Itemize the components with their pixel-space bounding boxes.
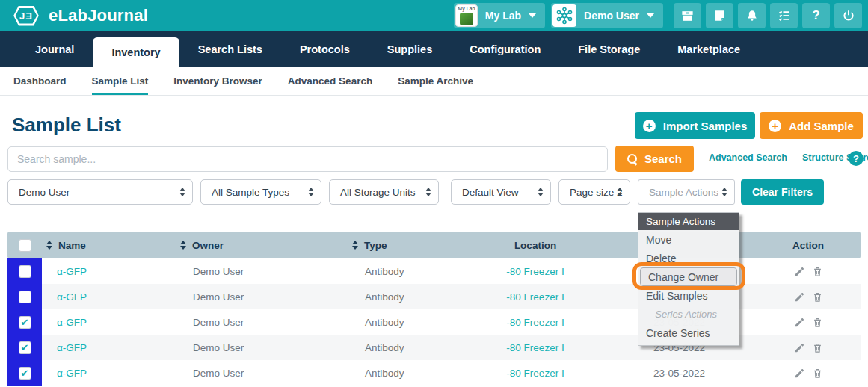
subnav-inventory-browser[interactable]: Inventory Browser — [173, 67, 262, 95]
power-icon — [842, 9, 855, 22]
sample-name-link[interactable]: α-GFP — [57, 342, 87, 353]
select-all-checkbox[interactable] — [19, 239, 31, 252]
help-button[interactable]: ? — [802, 3, 830, 28]
edit-icon[interactable] — [794, 368, 805, 379]
subnav-sample-list[interactable]: Sample List — [92, 67, 149, 95]
add-sample-button[interactable]: + Add Sample — [760, 112, 863, 139]
owner-cell: Demo User — [193, 368, 244, 379]
menu-item-change-owner[interactable]: Change Owner — [640, 267, 737, 286]
sample-type-filter-select[interactable]: All Sample Types — [200, 179, 321, 205]
location-link[interactable]: -80 Freezer I — [506, 266, 564, 277]
type-cell: Antibody — [365, 342, 404, 353]
plus-icon: + — [643, 120, 656, 132]
tab-configuration[interactable]: Configuration — [451, 31, 559, 67]
menu-item-create-series[interactable]: Create Series — [638, 323, 739, 342]
row-checkbox[interactable] — [19, 316, 31, 329]
my-lab-selector[interactable]: My Lab My Lab — [454, 3, 545, 28]
menu-item-move[interactable]: Move — [638, 230, 739, 249]
sample-name-link[interactable]: α-GFP — [57, 291, 87, 303]
search-icon — [627, 154, 638, 164]
delete-icon[interactable] — [812, 368, 823, 379]
location-link[interactable]: -80 Freezer I — [506, 317, 564, 328]
view-filter-select[interactable]: Default View — [451, 179, 551, 205]
search-button[interactable]: Search — [615, 146, 694, 172]
sort-icon[interactable] — [180, 241, 186, 250]
storage-box-icon — [680, 9, 695, 23]
subnav-sample-archive[interactable]: Sample Archive — [398, 67, 473, 95]
sample-name-link[interactable]: α-GFP — [57, 317, 87, 328]
tab-supplies[interactable]: Supplies — [369, 31, 451, 67]
menu-item-series-actions: -- Series Actions -- — [638, 305, 739, 323]
notes-button[interactable] — [706, 3, 733, 28]
tab-inventory[interactable]: Inventory — [93, 37, 179, 67]
notifications-button[interactable] — [738, 3, 766, 28]
edit-icon[interactable] — [794, 342, 805, 353]
tab-journal[interactable]: Journal — [16, 31, 93, 67]
main-navigation: Journal Inventory Search Lists Protocols… — [0, 31, 868, 67]
tab-search-lists[interactable]: Search Lists — [179, 31, 281, 67]
location-link[interactable]: -80 Freezer I — [506, 342, 564, 353]
table-row: α-GFP Demo User Antibody -80 Freezer I 2… — [7, 360, 861, 386]
type-cell: Antibody — [365, 368, 404, 379]
row-checkbox[interactable] — [19, 367, 31, 380]
menu-item-delete[interactable]: Delete — [638, 249, 739, 267]
sample-actions-select[interactable]: Sample Actions — [638, 179, 735, 205]
storage-unit-filter-select[interactable]: All Storage Units — [329, 179, 439, 205]
sort-icon[interactable] — [46, 241, 52, 250]
column-header-type[interactable]: Type — [364, 240, 387, 251]
subnav-dashboard[interactable]: Dashboard — [13, 67, 67, 95]
tab-file-storage[interactable]: File Storage — [559, 31, 659, 67]
page-size-select[interactable]: Page size 2 — [558, 179, 630, 205]
storage-box-button[interactable] — [674, 3, 701, 28]
chevron-down-icon — [529, 13, 536, 18]
delete-icon[interactable] — [812, 342, 823, 353]
edit-icon[interactable] — [794, 317, 805, 328]
search-help-icon[interactable]: ? — [849, 151, 864, 166]
sub-navigation: Dashboard Sample List Inventory Browser … — [0, 67, 868, 96]
import-samples-button[interactable]: + Import Samples — [635, 112, 755, 139]
molecule-icon — [552, 4, 576, 27]
app-logo[interactable]: JƎ eLabJournal — [0, 6, 148, 26]
help-icon: ? — [812, 8, 819, 23]
owner-filter-select[interactable]: Demo User — [7, 179, 193, 205]
select-arrows-icon — [617, 188, 623, 196]
row-checkbox[interactable] — [19, 341, 31, 354]
row-checkbox[interactable] — [19, 265, 31, 278]
page-title: Sample List — [12, 114, 121, 137]
tab-marketplace[interactable]: Marketplace — [659, 31, 759, 67]
edit-icon[interactable] — [794, 291, 805, 303]
app-title: eLabJournal — [49, 6, 148, 25]
column-header-name[interactable]: Name — [58, 240, 86, 251]
sample-name-link[interactable]: α-GFP — [57, 266, 87, 277]
owner-cell: Demo User — [193, 291, 244, 303]
location-link[interactable]: -80 Freezer I — [506, 291, 564, 303]
column-header-owner[interactable]: Owner — [192, 240, 224, 251]
date-cell: 23-05-2022 — [603, 368, 756, 379]
task-list-button[interactable] — [770, 3, 798, 28]
logo-hexagon-icon: JƎ — [10, 6, 42, 26]
delete-icon[interactable] — [812, 266, 823, 277]
row-checkbox[interactable] — [19, 291, 31, 303]
location-link[interactable]: -80 Freezer I — [506, 368, 564, 379]
menu-header: Sample Actions — [638, 213, 739, 230]
task-list-icon — [778, 9, 791, 22]
menu-item-edit-samples[interactable]: Edit Samples — [638, 286, 739, 305]
clear-filters-button[interactable]: Clear Filters — [741, 179, 824, 205]
search-input[interactable] — [7, 146, 608, 172]
delete-icon[interactable] — [812, 291, 823, 303]
subnav-advanced-search[interactable]: Advanced Search — [288, 67, 372, 95]
plus-icon: + — [769, 120, 781, 132]
logout-button[interactable] — [834, 3, 862, 28]
tab-protocols[interactable]: Protocols — [281, 31, 369, 67]
chevron-down-icon — [647, 13, 654, 18]
advanced-search-link[interactable]: Advanced Search — [709, 152, 787, 163]
sample-actions-menu: Sample Actions Move Delete Change Owner … — [638, 212, 739, 346]
delete-icon[interactable] — [812, 317, 823, 328]
user-selector[interactable]: Demo User — [551, 3, 663, 28]
bell-icon — [745, 9, 759, 22]
column-header-location[interactable]: Location — [468, 240, 603, 251]
sort-icon[interactable] — [352, 241, 358, 250]
sample-name-link[interactable]: α-GFP — [57, 368, 87, 379]
edit-icon[interactable] — [794, 266, 805, 277]
my-lab-thumbnail: My Lab — [455, 4, 478, 27]
